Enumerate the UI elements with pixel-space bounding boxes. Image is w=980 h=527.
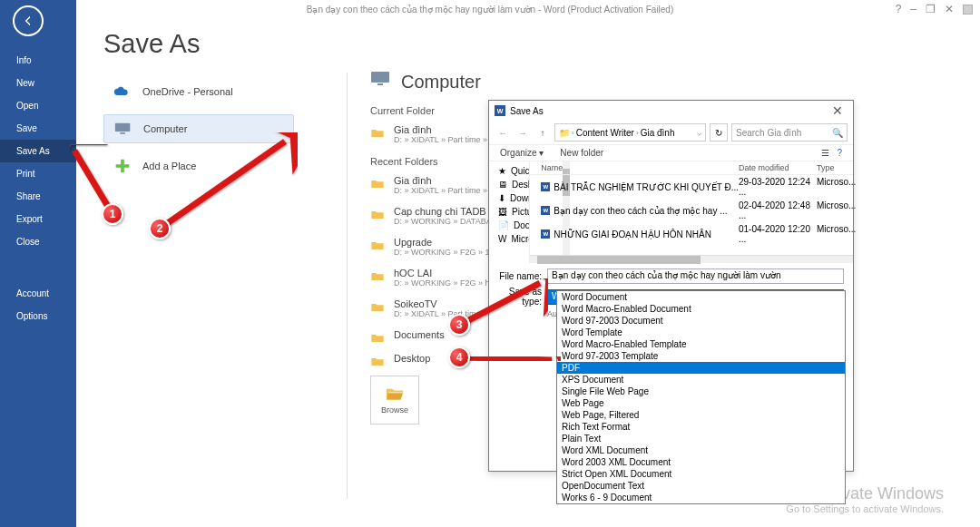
place-computer[interactable]: Computer (103, 114, 294, 143)
folder-icon: 📁 (559, 128, 570, 138)
tree-icon: 📄 (498, 220, 509, 230)
user-avatar[interactable] (963, 5, 973, 15)
place-label: Computer (143, 123, 187, 134)
tree-item[interactable]: 🖼Pictures📌 (489, 205, 529, 219)
dropdown-option[interactable]: PDF (557, 362, 845, 374)
tree-icon: ★ (498, 166, 506, 176)
dropdown-option[interactable]: Plain Text (557, 433, 845, 444)
svg-rect-0 (115, 123, 130, 132)
organize-button[interactable]: Organize ▾ (500, 148, 544, 158)
dropdown-option[interactable]: Single File Web Page (557, 385, 845, 397)
dropdown-option[interactable]: OpenDocument Text (557, 480, 845, 492)
col-name-header[interactable]: Name (530, 163, 739, 172)
dropdown-option[interactable]: Strict Open XML Document (557, 468, 845, 480)
dropdown-option[interactable]: Word Template (557, 327, 845, 338)
files-scrollbar[interactable] (530, 255, 853, 263)
word-icon: W (541, 182, 550, 191)
nav-print[interactable]: Print (0, 162, 76, 185)
cloud-icon (113, 84, 132, 99)
nav-save-as[interactable]: Save As (0, 140, 76, 162)
nav-info[interactable]: Info (0, 49, 76, 72)
help-icon[interactable]: ? (896, 3, 902, 15)
computer-icon (113, 122, 133, 136)
search-placeholder: Search Gia đình (736, 128, 801, 138)
nav-account[interactable]: Account (0, 282, 76, 305)
dropdown-option[interactable]: Word XML Document (557, 444, 845, 456)
filename-label: File name: (498, 271, 547, 281)
annotation-badge-4: 4 (448, 346, 470, 368)
nav-export[interactable]: Export (0, 208, 76, 230)
nav-open[interactable]: Open (0, 94, 76, 117)
browse-label: Browse (381, 405, 408, 415)
filename-input[interactable]: Bạn dạy con theo cách của thợ mộc hay ng… (547, 268, 844, 284)
dropdown-option[interactable]: Word 97-2003 Template (557, 350, 845, 362)
search-input[interactable]: Search Gia đình 🔍 (731, 123, 848, 142)
dropdown-option[interactable]: Word Macro-Enabled Document (557, 303, 845, 315)
address-bar[interactable]: 📁 › Content Writer › Gia đình ⌵ (554, 123, 706, 142)
dropdown-option[interactable]: Word 97-2003 Document (557, 315, 845, 327)
computer-icon (370, 71, 392, 93)
place-add[interactable]: Add a Place (103, 152, 294, 180)
svg-rect-1 (120, 132, 125, 134)
breadcrumb[interactable]: Gia đình (641, 128, 675, 138)
save-as-dialog: W Save As ✕ ← → ↑ 📁 › Content Writer › G… (488, 100, 854, 472)
plus-icon (113, 159, 132, 173)
place-onedrive[interactable]: OneDrive - Personal (103, 78, 294, 105)
nav-back-icon[interactable]: ← (495, 124, 511, 141)
nav-forward-icon[interactable]: → (514, 124, 531, 141)
tree-icon: ⬇ (498, 193, 505, 203)
backstage-sidebar: InfoNewOpenSaveSave AsPrintShareExportCl… (0, 0, 76, 527)
word-icon: W (495, 105, 505, 116)
file-row[interactable]: WBạn dạy con theo cách của thợ mộc hay .… (530, 199, 853, 222)
tree-item[interactable]: ⬇Downloads📌 (489, 191, 529, 205)
restore-icon[interactable]: ❐ (926, 3, 936, 15)
dropdown-option[interactable]: Works 6 - 9 Document (557, 492, 845, 503)
search-icon: 🔍 (832, 128, 843, 138)
saveastype-label: Save as type: (498, 287, 547, 307)
nav-new[interactable]: New (0, 72, 76, 94)
file-row[interactable]: WNHỮNG GIAI ĐOẠN HẬU HÔN NHÂN01-04-2020 … (530, 222, 853, 246)
nav-close[interactable]: Close (0, 230, 76, 253)
nav-share[interactable]: Share (0, 185, 76, 208)
view-icon[interactable]: ☰ (821, 148, 829, 158)
help-icon[interactable]: ? (837, 148, 842, 158)
dropdown-option[interactable]: XPS Document (557, 374, 845, 385)
minimize-icon[interactable]: – (910, 3, 916, 15)
nav-up-icon[interactable]: ↑ (534, 124, 551, 141)
nav-options[interactable]: Options (0, 305, 76, 327)
new-folder-button[interactable]: New folder (560, 148, 603, 158)
breadcrumb[interactable]: Content Writer (576, 128, 634, 138)
tree-item[interactable]: 🖥Desktop📌 (489, 178, 529, 191)
refresh-icon[interactable]: ↻ (710, 123, 728, 142)
col-type-header[interactable]: Type (817, 163, 853, 172)
back-button[interactable] (13, 5, 44, 36)
folder-icon (370, 355, 385, 366)
place-label: OneDrive - Personal (142, 86, 233, 97)
folder-icon (370, 126, 385, 137)
file-row[interactable]: WBÀI TRẮC NGHIỆM TRƯỚC KHI QUYẾT Đ...29-… (530, 175, 853, 199)
saveastype-dropdown[interactable]: Word DocumentWord Macro-Enabled Document… (556, 290, 846, 504)
dropdown-option[interactable]: Word Macro-Enabled Template (557, 338, 845, 350)
dropdown-option[interactable]: Web Page, Filtered (557, 409, 845, 421)
col-date-header[interactable]: Date modified (739, 163, 817, 172)
page-title: Save As (103, 29, 980, 59)
tree-item[interactable]: ★Quick access (489, 164, 529, 178)
dialog-close-icon[interactable]: ✕ (828, 103, 848, 118)
dropdown-option[interactable]: Word Document (557, 291, 845, 303)
folder-icon (370, 177, 385, 188)
svg-rect-2 (371, 72, 389, 83)
nav-save[interactable]: Save (0, 117, 76, 140)
close-icon[interactable]: ✕ (945, 3, 954, 15)
browse-button[interactable]: Browse (370, 376, 419, 425)
word-icon: W (541, 229, 550, 239)
place-label: Add a Place (142, 161, 196, 171)
tree-item[interactable]: 📄Documents📌 (489, 219, 529, 232)
dropdown-option[interactable]: Word 2003 XML Document (557, 456, 845, 468)
annotation-badge-1: 1 (102, 203, 123, 225)
tree-icon: W (498, 234, 506, 244)
dropdown-option[interactable]: Rich Text Format (557, 421, 845, 433)
folder-icon (370, 239, 385, 249)
dropdown-option[interactable]: Web Page (557, 397, 845, 409)
tree-item[interactable]: WMicrosoft Word (489, 232, 529, 246)
folder-icon (370, 269, 385, 280)
